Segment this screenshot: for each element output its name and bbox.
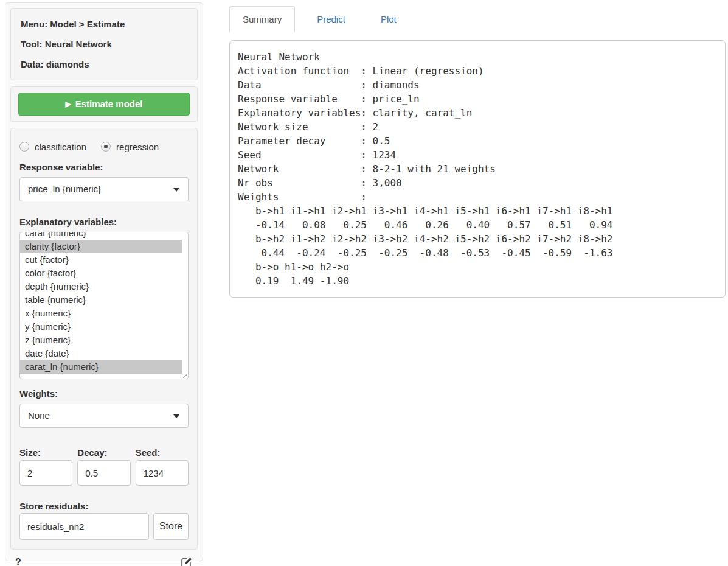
store-residuals-label: Store residuals: <box>19 500 189 512</box>
response-variable-label: Response variable: <box>19 161 189 173</box>
radio-icon[interactable] <box>19 142 29 152</box>
nn-parameters-row: Size: Decay: Seed: <box>19 447 189 486</box>
weights-value: None <box>28 410 50 421</box>
response-variable-value: price_ln {numeric} <box>28 184 101 194</box>
help-icon[interactable]: ? <box>15 557 21 566</box>
radio-label: regression <box>116 142 159 152</box>
chevron-down-icon <box>173 188 179 192</box>
radio-option-classification[interactable]: classification <box>19 142 86 152</box>
model-type-radio-group: classificationregression <box>19 141 189 153</box>
sidebar: Menu: Model > Estimate Tool: Neural Netw… <box>5 2 203 561</box>
seed-label: Seed: <box>136 447 189 458</box>
radio-icon[interactable] <box>101 142 111 152</box>
store-row: Store <box>19 513 189 540</box>
context-menu: Menu: Model > Estimate <box>21 18 187 30</box>
list-item[interactable]: color {factor} <box>20 267 182 280</box>
list-item[interactable]: clarity {factor} <box>20 240 182 253</box>
decay-label: Decay: <box>77 447 130 458</box>
summary-panel: Neural Network Activation function : Lin… <box>229 40 726 298</box>
estimate-panel: ▶Estimate model <box>10 86 198 122</box>
list-item[interactable]: x {numeric} <box>20 307 182 320</box>
radio-label: classification <box>35 142 86 152</box>
context-data: Data: diamonds <box>21 58 187 70</box>
chevron-down-icon <box>173 414 179 418</box>
edit-icon[interactable] <box>181 556 193 566</box>
model-form-panel: classificationregression Response variab… <box>10 128 198 550</box>
response-variable-select[interactable]: price_ln {numeric} <box>19 177 189 201</box>
size-input[interactable] <box>19 460 72 486</box>
tab-summary[interactable]: Summary <box>229 6 295 32</box>
explanatory-variables-label: Explanatory variables: <box>19 216 189 228</box>
store-button[interactable]: Store <box>153 513 189 540</box>
estimate-model-label: Estimate model <box>75 99 143 109</box>
sidebar-footer: ? <box>10 556 198 566</box>
list-item[interactable]: cut {factor} <box>20 253 182 267</box>
store-residuals-input[interactable] <box>19 513 149 540</box>
list-item[interactable]: table {numeric} <box>20 293 182 307</box>
list-item[interactable]: carat {numeric} <box>20 232 182 240</box>
seed-input[interactable] <box>136 460 189 486</box>
list-item[interactable]: depth {numeric} <box>20 280 182 293</box>
tab-plot[interactable]: Plot <box>367 6 410 32</box>
context-tool: Tool: Neural Network <box>21 38 187 50</box>
play-icon: ▶ <box>65 100 71 108</box>
list-item[interactable]: date {date} <box>20 347 182 360</box>
explanatory-listbox[interactable]: carat {numeric}clarity {factor}cut {fact… <box>19 232 189 379</box>
radio-option-regression[interactable]: regression <box>101 142 159 152</box>
context-panel: Menu: Model > Estimate Tool: Neural Netw… <box>10 8 198 80</box>
estimate-model-button[interactable]: ▶Estimate model <box>18 93 190 116</box>
explanatory-listbox-inner: carat {numeric}clarity {factor}cut {fact… <box>20 232 188 374</box>
tab-bar: SummaryPredictPlot <box>229 6 726 32</box>
weights-label: Weights: <box>19 388 189 399</box>
list-item[interactable]: z {numeric} <box>20 334 182 347</box>
weights-select[interactable]: None <box>19 404 189 428</box>
main-content: SummaryPredictPlot Neural Network Activa… <box>229 6 726 298</box>
decay-input[interactable] <box>77 460 130 486</box>
tab-predict[interactable]: Predict <box>303 6 359 32</box>
list-item[interactable]: y {numeric} <box>20 320 182 334</box>
list-item[interactable]: carat_ln {numeric} <box>20 360 182 374</box>
size-label: Size: <box>19 447 72 458</box>
summary-output: Neural Network Activation function : Lin… <box>238 50 717 288</box>
